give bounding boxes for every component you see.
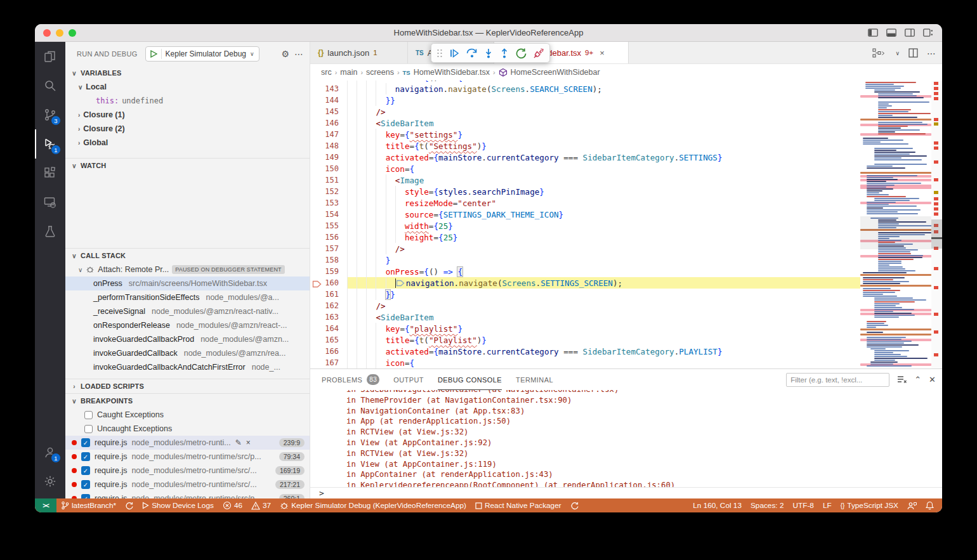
close-tab-icon[interactable]: × bbox=[600, 48, 605, 58]
status-spaces-2[interactable]: Spaces: 2 bbox=[746, 498, 788, 512]
checkbox-checked[interactable]: ✓ bbox=[81, 494, 90, 498]
section-watch[interactable]: ∨WATCH bbox=[65, 159, 310, 173]
call-stack-frame[interactable]: invokeGuardedCallbackProdnode_modules/@a… bbox=[65, 332, 310, 346]
code-line-156[interactable]: 156height={25} bbox=[310, 231, 860, 243]
breakpoint-item[interactable]: ✓require.jsnode_modules/metro-runtime/sr… bbox=[65, 478, 310, 492]
variable-this[interactable]: this: undefined bbox=[65, 94, 310, 108]
call-stack-frame[interactable]: _performTransitionSideEffectsnode_module… bbox=[65, 290, 310, 304]
debug-config-dropdown[interactable]: Kepler Simulator Debug ∨ bbox=[145, 46, 259, 62]
toggle-primary-sidebar-icon[interactable] bbox=[868, 29, 878, 37]
status-37[interactable]: 37 bbox=[247, 498, 275, 512]
variables-scope-2[interactable]: ›Global bbox=[65, 136, 310, 150]
call-stack-frame[interactable]: onResponderReleasenode_modules/@amzn/rea… bbox=[65, 318, 310, 332]
call-stack-frame[interactable]: invokeGuardedCallbacknode_modules/@amzn/… bbox=[65, 346, 310, 360]
checkbox-checked[interactable]: ✓ bbox=[81, 438, 90, 447]
activity-bar-item-account[interactable]: 1 bbox=[35, 438, 65, 467]
close-panel-icon[interactable]: ✕ bbox=[929, 375, 936, 384]
code-text[interactable]: <SideBarItem bbox=[347, 117, 860, 129]
code-text[interactable]: title={t("Settings")} bbox=[347, 140, 860, 152]
status-bell[interactable] bbox=[921, 498, 938, 512]
debug-step-into-icon[interactable] bbox=[483, 48, 494, 59]
code-text[interactable]: icon={ bbox=[347, 163, 860, 174]
maximize-panel-icon[interactable]: ⌃ bbox=[914, 375, 921, 384]
minimap[interactable] bbox=[860, 81, 931, 368]
minimap-viewport[interactable] bbox=[860, 216, 931, 249]
toggle-panel-icon[interactable] bbox=[886, 29, 896, 37]
breakpoint-item[interactable]: ✓require.jsnode_modules/metro-runtime/sr… bbox=[65, 464, 310, 478]
debug-step-out-icon[interactable] bbox=[499, 48, 509, 59]
code-line-164[interactable]: 164key={"playlist"} bbox=[310, 323, 860, 334]
panel-tab-problems[interactable]: PROBLEMS83 bbox=[322, 369, 379, 390]
call-stack-frame[interactable]: _receiveSignalnode_modules/@amzn/react-n… bbox=[65, 304, 310, 318]
status-ln-160-col-13[interactable]: Ln 160, Col 13 bbox=[688, 498, 746, 512]
checkbox-checked[interactable]: ✓ bbox=[81, 480, 90, 489]
code-line-148[interactable]: 148title={t("Settings")} bbox=[310, 140, 860, 152]
code-text[interactable]: source={SETTINGS_DARK_THEME_ICON} bbox=[347, 209, 860, 220]
sidebar-more-actions-icon[interactable]: ⋯ bbox=[294, 49, 303, 59]
debug-settings-gear-icon[interactable]: ⚙ bbox=[281, 49, 289, 59]
chevron-down-icon[interactable]: ∨ bbox=[895, 50, 900, 56]
activity-bar-item-run-debug[interactable]: 1 bbox=[35, 129, 65, 159]
breadcrumb-item[interactable]: HomeWithSidebar.tsx bbox=[414, 68, 490, 77]
code-text[interactable]: activated={mainStore.currentCategory ===… bbox=[347, 152, 860, 163]
code-line-154[interactable]: 154source={SETTINGS_DARK_THEME_ICON} bbox=[310, 209, 860, 220]
scrollbar-thumb[interactable] bbox=[931, 219, 942, 249]
activity-bar-item-explorer[interactable] bbox=[35, 42, 65, 71]
code-line-152[interactable]: 152style={styles.searchPinImage} bbox=[310, 186, 860, 197]
status-react-native-packager[interactable]: React Native Packager bbox=[471, 498, 566, 512]
breadcrumb-item[interactable]: screens bbox=[366, 68, 394, 77]
variables-scope-local[interactable]: ∨Local bbox=[65, 80, 310, 94]
start-debug-icon[interactable] bbox=[150, 50, 157, 58]
status-sync[interactable] bbox=[566, 498, 583, 512]
panel-tab-terminal[interactable]: TERMINAL bbox=[516, 369, 553, 390]
status-kepler-simulator-debug-keplervideoreferenceapp-[interactable]: Kepler Simulator Debug (KeplerVideoRefer… bbox=[275, 498, 471, 512]
editor-more-actions-icon[interactable]: ⋯ bbox=[927, 48, 936, 58]
customize-layout-icon[interactable] bbox=[923, 29, 933, 37]
code-text[interactable]: resizeMode="center" bbox=[347, 197, 860, 209]
breakpoint-item[interactable]: ✓require.jsnode_modules/metro-runti...✎×… bbox=[65, 436, 310, 450]
code-text[interactable]: height={25} bbox=[347, 231, 860, 243]
code-text[interactable]: width={25} bbox=[347, 220, 860, 231]
status-utf-8[interactable]: UTF-8 bbox=[788, 498, 818, 512]
code-text[interactable]: }} bbox=[347, 289, 860, 300]
code-line-151[interactable]: 151<Image bbox=[310, 174, 860, 186]
status-46[interactable]: 46 bbox=[218, 498, 247, 512]
breakpoint-item[interactable]: ✓require.jsnode_modules/metro-runtime/sr… bbox=[65, 492, 310, 498]
code-line-159[interactable]: 159onPress={() => { bbox=[310, 266, 860, 277]
activity-bar-item-search[interactable] bbox=[35, 71, 65, 100]
status-feedback[interactable] bbox=[903, 498, 921, 512]
checkbox-unchecked[interactable] bbox=[84, 425, 93, 433]
code-line-146[interactable]: 146<SideBarItem bbox=[310, 117, 860, 129]
code-line-147[interactable]: 147key={"settings"} bbox=[310, 129, 860, 140]
activity-bar-item-extensions[interactable] bbox=[35, 159, 65, 188]
status-typescript-jsx[interactable]: {}TypeScript JSX bbox=[836, 498, 903, 512]
code-text[interactable]: icon={ bbox=[347, 357, 860, 368]
checkbox-unchecked[interactable] bbox=[84, 411, 93, 419]
remote-indicator[interactable]: >< bbox=[35, 498, 56, 512]
code-line-161[interactable]: 161}} bbox=[310, 289, 860, 300]
activity-bar-item-settings-gear[interactable] bbox=[35, 467, 65, 496]
debug-restart-icon[interactable] bbox=[515, 48, 527, 59]
checkbox-checked[interactable]: ✓ bbox=[81, 466, 90, 475]
variables-scope-1[interactable]: ›Closure (2) bbox=[65, 122, 310, 136]
code-text[interactable]: style={styles.searchPinImage} bbox=[347, 186, 860, 197]
activity-bar-item-testing[interactable] bbox=[35, 217, 65, 246]
code-text[interactable]: key={"playlist"} bbox=[347, 323, 860, 334]
code-text[interactable]: } bbox=[347, 254, 860, 266]
edit-breakpoint-icon[interactable]: ✎ bbox=[235, 438, 242, 447]
variables-scope-0[interactable]: ›Closure (1) bbox=[65, 108, 310, 122]
console-input-row[interactable]: > bbox=[310, 487, 942, 498]
breadcrumb-item[interactable]: HomeScreenWithSidebar bbox=[511, 68, 600, 77]
remove-breakpoint-icon[interactable]: × bbox=[246, 438, 251, 447]
code-text[interactable]: title={t("Playlist")} bbox=[347, 334, 860, 346]
panel-tab-debug-console[interactable]: DEBUG CONSOLE bbox=[438, 369, 502, 390]
code-line-160[interactable]: 160navigation.navigate(Screens.SETTINGS_… bbox=[310, 277, 860, 289]
panel-tab-output[interactable]: OUTPUT bbox=[393, 369, 424, 390]
toggle-secondary-sidebar-icon[interactable] bbox=[905, 29, 915, 37]
status-sync[interactable] bbox=[121, 498, 138, 512]
code-line-167[interactable]: 167icon={ bbox=[310, 357, 860, 368]
code-line-153[interactable]: 153resizeMode="center" bbox=[310, 197, 860, 209]
section-breakpoints[interactable]: ∨BREAKPOINTS bbox=[65, 394, 310, 408]
breakpoint-exception[interactable]: Uncaught Exceptions bbox=[65, 422, 310, 436]
status-latestbranch-[interactable]: latestBranch* bbox=[56, 498, 121, 512]
